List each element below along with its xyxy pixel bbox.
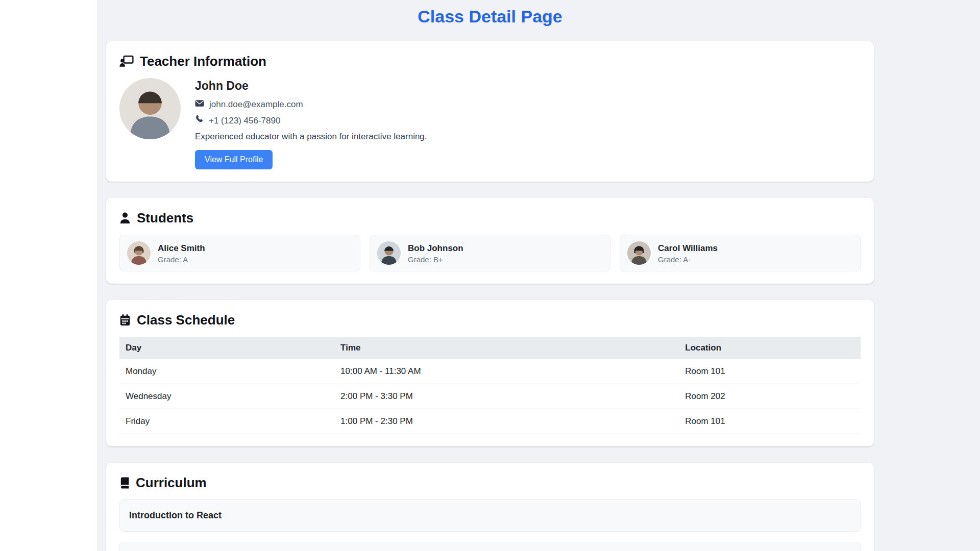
schedule-cell-day: Wednesday	[119, 384, 334, 409]
calendar-icon	[119, 314, 131, 326]
student-name: Alice Smith	[158, 243, 205, 254]
left-gutter	[0, 0, 97, 551]
student-item: Bob Johnson Grade: B+	[370, 235, 610, 271]
teacher-section-heading: Teacher Information	[119, 54, 861, 69]
student-grade: Grade: A	[158, 255, 205, 264]
student-avatar-carol	[627, 241, 651, 265]
student-name: Carol Williams	[658, 243, 718, 254]
envelope-icon	[195, 99, 204, 110]
schedule-cell-time: 10:00 AM - 11:30 AM	[334, 359, 679, 384]
curriculum-section-heading: Curriculum	[119, 475, 861, 490]
schedule-cell-day: Monday	[119, 359, 334, 384]
students-list: Alice Smith Grade: A Bob Johnson Grade: …	[119, 235, 861, 271]
curriculum-card: Curriculum Introduction to React	[106, 463, 874, 551]
teacher-bio: Experienced educator with a passion for …	[195, 131, 427, 142]
teacher-name: John Doe	[195, 79, 427, 93]
students-section-heading: Students	[119, 210, 861, 226]
teacher-body: John Doe john.doe@example.com	[119, 78, 861, 169]
schedule-cell-location: Room 202	[679, 384, 861, 409]
schedule-cell-time: 1:00 PM - 2:30 PM	[334, 409, 679, 434]
teacher-avatar	[119, 78, 181, 139]
view-full-profile-button[interactable]: View Full Profile	[195, 150, 273, 169]
schedule-section-heading: Class Schedule	[119, 312, 861, 328]
user-icon	[119, 212, 131, 224]
schedule-cell-day: Friday	[119, 409, 334, 434]
book-icon	[119, 477, 130, 489]
schedule-col-time: Time	[334, 337, 679, 359]
student-avatar-alice	[127, 241, 151, 265]
curriculum-item-partial[interactable]	[119, 542, 861, 551]
schedule-row: Wednesday 2:00 PM - 3:30 PM Room 202	[119, 384, 861, 409]
student-grade: Grade: A-	[658, 255, 718, 264]
student-item: Alice Smith Grade: A	[119, 235, 360, 271]
schedule-section-title: Class Schedule	[137, 312, 235, 328]
page: Class Detail Page Teacher Information	[106, 0, 874, 551]
teacher-card: Teacher Information John Doe	[106, 41, 874, 182]
student-info: Alice Smith Grade: A	[158, 243, 205, 264]
schedule-row: Monday 10:00 AM - 11:30 AM Room 101	[119, 359, 861, 384]
teacher-phone: +1 (123) 456-7890	[209, 115, 280, 126]
schedule-col-day: Day	[119, 337, 334, 359]
teacher-email: john.doe@example.com	[209, 99, 303, 110]
schedule-col-location: Location	[679, 337, 861, 359]
student-info: Bob Johnson Grade: B+	[408, 243, 463, 264]
schedule-header-row: Day Time Location	[119, 337, 861, 359]
student-item: Carol Williams Grade: A-	[620, 235, 861, 271]
teacher-phone-row: +1 (123) 456-7890	[195, 115, 427, 126]
student-name: Bob Johnson	[408, 243, 463, 254]
teacher-details: John Doe john.doe@example.com	[195, 78, 427, 169]
curriculum-section-title: Curriculum	[136, 475, 207, 490]
teacher-section-title: Teacher Information	[140, 54, 266, 69]
curriculum-item[interactable]: Introduction to React	[119, 499, 861, 532]
phone-icon	[195, 115, 204, 126]
student-grade: Grade: B+	[408, 255, 463, 264]
schedule-cell-location: Room 101	[679, 409, 861, 434]
schedule-table: Day Time Location Monday 10:00 AM - 11:3…	[119, 337, 861, 434]
students-section-title: Students	[137, 210, 193, 226]
student-avatar-bob	[377, 241, 401, 265]
student-info: Carol Williams Grade: A-	[658, 243, 718, 264]
schedule-row: Friday 1:00 PM - 2:30 PM Room 101	[119, 409, 861, 434]
schedule-cell-location: Room 101	[679, 359, 861, 384]
schedule-card: Class Schedule Day Time Location Monday …	[106, 300, 874, 446]
page-title: Class Detail Page	[106, 6, 874, 27]
teacher-email-row: john.doe@example.com	[195, 99, 427, 110]
chalkboard-teacher-icon	[119, 55, 134, 67]
students-card: Students Alice Smith Grade: A	[106, 198, 874, 284]
schedule-cell-time: 2:00 PM - 3:30 PM	[334, 384, 679, 409]
